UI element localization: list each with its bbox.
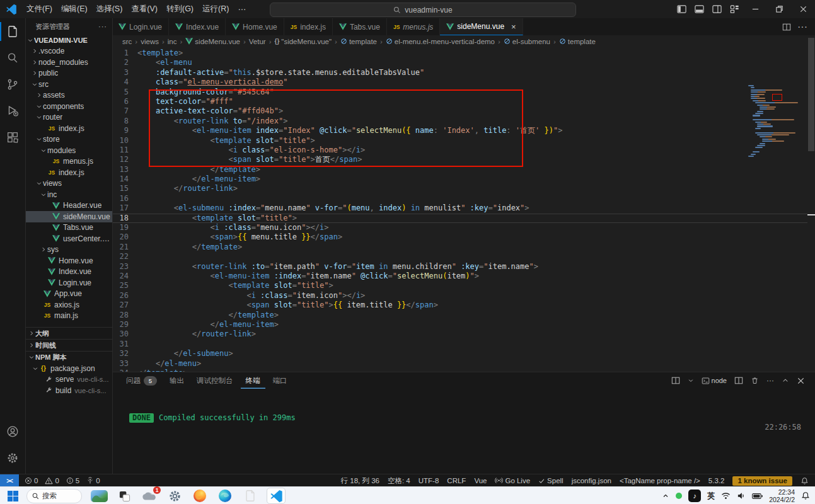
taskbar-app-gearapp[interactable]: [166, 488, 183, 503]
panel-more-icon[interactable]: ···: [766, 376, 774, 385]
terminal-instance[interactable]: node: [702, 377, 727, 385]
tree-item-Home.vue[interactable]: Home.vue: [25, 255, 112, 266]
menu-item-2[interactable]: 选择(S): [92, 3, 127, 16]
tree-item-store[interactable]: store: [25, 134, 112, 146]
tree-item-sys[interactable]: sys: [25, 244, 112, 256]
breadcrumb-9[interactable]: template: [559, 38, 596, 45]
breadcrumb-7[interactable]: el-menu.el-menu-vertical-demo: [386, 38, 495, 45]
layout-toggle-4-icon[interactable]: [725, 0, 743, 18]
tree-item-.vscode[interactable]: .vscode: [25, 46, 112, 57]
split-terminal-icon[interactable]: [734, 376, 743, 385]
taskbar-app-onedrive[interactable]: 1: [141, 488, 158, 503]
panel-tab-调试控制台[interactable]: 调试控制台: [192, 372, 238, 389]
terminal-dropdown-icon[interactable]: [688, 377, 694, 384]
tree-item-App.vue[interactable]: App.vue: [25, 289, 112, 300]
status-item-Spell[interactable]: Spell: [538, 477, 564, 484]
panel-tab-输出[interactable]: 输出: [165, 372, 189, 389]
tree-item-main.js[interactable]: JSmain.js: [25, 311, 112, 322]
menu-item-1[interactable]: 编辑(E): [57, 3, 92, 16]
debug-activity-icon[interactable]: [0, 98, 25, 124]
taskbar-app-taskview[interactable]: [115, 488, 133, 503]
breadcrumb-2[interactable]: inc: [168, 38, 177, 45]
taskbar-search[interactable]: 搜索: [26, 489, 82, 503]
status-item-Go-Live[interactable]: Go Live: [495, 477, 530, 484]
status-ports[interactable]: 0: [86, 477, 100, 484]
npm-item-serve[interactable]: servevue-cli-s...: [25, 374, 112, 386]
maximize-panel-icon[interactable]: [782, 377, 789, 384]
tree-item-userCenter.vue[interactable]: userCenter.vue: [25, 233, 112, 244]
panel-tab-终端[interactable]: 终端: [241, 372, 265, 389]
tree-item-sideMenu.vue[interactable]: sideMenu.vue: [25, 211, 112, 222]
account-icon[interactable]: [0, 418, 25, 445]
notification-bell-icon[interactable]: [801, 491, 810, 500]
split-editor-icon[interactable]: [782, 23, 791, 32]
tree-item-Login.vue[interactable]: Login.vue: [25, 277, 112, 289]
status-item-Vue[interactable]: Vue: [474, 477, 487, 484]
status-error[interactable]: 0: [25, 477, 38, 484]
tree-item-router[interactable]: router: [25, 112, 112, 123]
tab-index.js[interactable]: JSindex.js: [284, 18, 333, 35]
taskbar-app-firefox[interactable]: [191, 488, 209, 503]
status-item-UTF-8[interactable]: UTF-8: [419, 477, 439, 484]
tree-item-views[interactable]: views: [25, 178, 112, 190]
menu-item-5[interactable]: 运行(R): [198, 3, 233, 16]
minimize-button[interactable]: [743, 0, 767, 18]
tray-expand-icon[interactable]: [662, 492, 669, 500]
search-activity-icon[interactable]: [0, 45, 25, 71]
menu-item-6[interactable]: ⋯: [233, 3, 250, 16]
ime-indicator[interactable]: 英: [707, 491, 715, 501]
settings-icon[interactable]: [0, 445, 25, 471]
layout-toggle-2-icon[interactable]: [690, 0, 708, 18]
breadcrumb-6[interactable]: template: [340, 38, 377, 45]
section-时间线[interactable]: 时间线: [25, 339, 112, 351]
new-terminal-icon[interactable]: [671, 376, 680, 385]
section-NPM 脚本[interactable]: NPM 脚本: [25, 351, 112, 363]
status-item--18-36[interactable]: 行 18, 列 36: [341, 476, 379, 486]
tree-item-Index.vue[interactable]: Index.vue: [25, 266, 112, 278]
minimap[interactable]: [748, 85, 799, 158]
wifi-icon[interactable]: [721, 492, 731, 500]
more-actions-icon[interactable]: ···: [797, 21, 807, 33]
tree-item-inc[interactable]: inc: [25, 189, 112, 200]
layout-toggle-3-icon[interactable]: [708, 0, 725, 18]
command-center-search[interactable]: vueadmin-vue: [270, 3, 576, 17]
editor-scrollbar[interactable]: [807, 35, 815, 372]
taskbar-app-widgets[interactable]: [90, 488, 108, 503]
tree-item-index.js[interactable]: JSindex.js: [25, 167, 112, 178]
breadcrumb-0[interactable]: src: [122, 38, 132, 45]
tab-Login.vue[interactable]: Login.vue: [112, 18, 169, 35]
tree-item-public[interactable]: public: [25, 68, 112, 79]
tree-item-Tabs.vue[interactable]: Tabs.vue: [25, 222, 112, 234]
breadcrumb-1[interactable]: views: [141, 38, 159, 45]
status-item--4[interactable]: 空格: 4: [388, 476, 410, 486]
section-大纲[interactable]: 大纲: [25, 327, 112, 339]
extensions-activity-icon[interactable]: [0, 124, 25, 151]
tree-item-index.js[interactable]: JSindex.js: [25, 123, 112, 134]
menu-item-0[interactable]: 文件(F): [22, 3, 57, 16]
scrollbar-thumb[interactable]: [808, 38, 814, 151]
taskbar-app-vscode[interactable]: [267, 488, 286, 504]
tree-item-src[interactable]: src: [25, 79, 112, 90]
tree-item-VUEADMIN-VUE[interactable]: VUEADMIN-VUE: [25, 35, 112, 46]
explorer-activity-icon[interactable]: [0, 18, 25, 45]
close-panel-icon[interactable]: [797, 377, 805, 385]
battery-icon[interactable]: [752, 493, 763, 500]
scm-activity-icon[interactable]: [0, 71, 25, 98]
npm-item-build[interactable]: buildvue-cli-s...: [25, 385, 112, 396]
code-editor[interactable]: 1<template>2 <el-menu3 :default-active="…: [112, 47, 815, 372]
panel-tab-问题[interactable]: 问题5: [121, 372, 162, 389]
tab-Index.vue[interactable]: Index.vue: [169, 18, 226, 35]
breadcrumb-3[interactable]: sideMenu.vue: [185, 38, 240, 45]
npm-item-package.json[interactable]: {}package.json: [25, 363, 112, 374]
tab-Home.vue[interactable]: Home.vue: [226, 18, 284, 35]
start-button-icon[interactable]: [8, 491, 18, 501]
tree-item-Header.vue[interactable]: Header.vue: [25, 200, 112, 212]
restore-button[interactable]: [767, 0, 791, 18]
status-item-1-known-issue[interactable]: 1 known issue: [732, 476, 792, 486]
tree-item-menus.js[interactable]: JSmenus.js: [25, 156, 112, 168]
tab-menus.js[interactable]: JSmenus.js: [387, 18, 440, 35]
taskbar-app-explorer[interactable]: [241, 488, 259, 503]
tray-app-green-icon[interactable]: [676, 493, 682, 499]
more-actions-icon[interactable]: ···: [98, 23, 107, 30]
tree-item-assets[interactable]: assets: [25, 90, 112, 101]
